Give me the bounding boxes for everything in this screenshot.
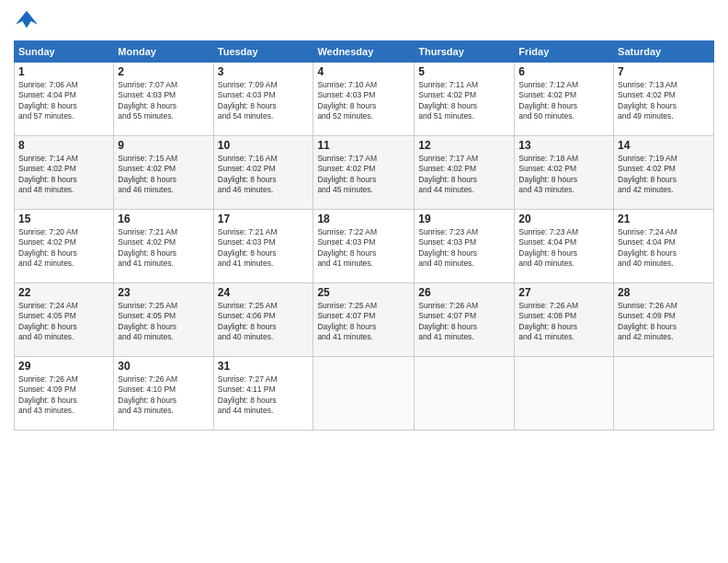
calendar-cell bbox=[313, 357, 415, 431]
calendar-cell: 9Sunrise: 7:15 AM Sunset: 4:02 PM Daylig… bbox=[114, 136, 213, 210]
calendar-cell: 12Sunrise: 7:17 AM Sunset: 4:02 PM Dayli… bbox=[415, 136, 515, 210]
day-number: 11 bbox=[317, 139, 410, 152]
calendar-cell: 23Sunrise: 7:25 AM Sunset: 4:05 PM Dayli… bbox=[114, 283, 213, 357]
calendar-cell: 26Sunrise: 7:26 AM Sunset: 4:07 PM Dayli… bbox=[415, 283, 515, 357]
day-number: 24 bbox=[218, 286, 310, 299]
calendar-cell: 31Sunrise: 7:27 AM Sunset: 4:11 PM Dayli… bbox=[213, 357, 313, 431]
calendar-cell: 4Sunrise: 7:10 AM Sunset: 4:03 PM Daylig… bbox=[313, 63, 415, 136]
day-info: Sunrise: 7:26 AM Sunset: 4:08 PM Dayligh… bbox=[518, 301, 609, 343]
calendar-cell bbox=[415, 357, 515, 431]
calendar-cell: 27Sunrise: 7:26 AM Sunset: 4:08 PM Dayli… bbox=[515, 283, 614, 357]
day-number: 1 bbox=[18, 65, 109, 78]
day-info: Sunrise: 7:27 AM Sunset: 4:11 PM Dayligh… bbox=[218, 374, 310, 417]
svg-marker-0 bbox=[16, 11, 38, 29]
calendar-cell bbox=[614, 357, 714, 431]
day-number: 26 bbox=[418, 286, 510, 299]
day-number: 23 bbox=[118, 286, 209, 299]
day-number: 25 bbox=[317, 286, 410, 299]
day-info: Sunrise: 7:23 AM Sunset: 4:03 PM Dayligh… bbox=[418, 227, 510, 270]
calendar-cell: 16Sunrise: 7:21 AM Sunset: 4:02 PM Dayli… bbox=[114, 210, 213, 283]
header bbox=[14, 9, 714, 35]
day-number: 4 bbox=[317, 65, 410, 78]
calendar-container: SundayMondayTuesdayWednesdayThursdayFrid… bbox=[0, 0, 728, 440]
day-info: Sunrise: 7:20 AM Sunset: 4:02 PM Dayligh… bbox=[18, 227, 109, 270]
day-info: Sunrise: 7:17 AM Sunset: 4:02 PM Dayligh… bbox=[317, 154, 410, 196]
calendar-cell: 14Sunrise: 7:19 AM Sunset: 4:02 PM Dayli… bbox=[614, 136, 714, 210]
day-number: 21 bbox=[618, 213, 710, 225]
calendar-cell: 19Sunrise: 7:23 AM Sunset: 4:03 PM Dayli… bbox=[415, 210, 515, 283]
day-number: 8 bbox=[18, 139, 109, 152]
day-info: Sunrise: 7:26 AM Sunset: 4:10 PM Dayligh… bbox=[118, 374, 209, 417]
weekday-header-tuesday: Tuesday bbox=[213, 41, 313, 63]
calendar-cell: 6Sunrise: 7:12 AM Sunset: 4:02 PM Daylig… bbox=[515, 63, 614, 136]
day-number: 6 bbox=[518, 65, 609, 78]
day-number: 19 bbox=[418, 213, 510, 225]
day-info: Sunrise: 7:21 AM Sunset: 4:03 PM Dayligh… bbox=[218, 227, 310, 270]
day-info: Sunrise: 7:19 AM Sunset: 4:02 PM Dayligh… bbox=[618, 154, 710, 196]
day-number: 31 bbox=[218, 360, 310, 373]
weekday-header-thursday: Thursday bbox=[415, 41, 515, 63]
logo-icon bbox=[14, 9, 40, 35]
day-number: 3 bbox=[218, 65, 310, 78]
day-info: Sunrise: 7:15 AM Sunset: 4:02 PM Dayligh… bbox=[118, 154, 209, 196]
weekday-header-row: SundayMondayTuesdayWednesdayThursdayFrid… bbox=[15, 41, 714, 63]
day-number: 15 bbox=[18, 213, 109, 225]
day-info: Sunrise: 7:11 AM Sunset: 4:02 PM Dayligh… bbox=[418, 80, 510, 122]
day-info: Sunrise: 7:17 AM Sunset: 4:02 PM Dayligh… bbox=[418, 154, 510, 196]
day-info: Sunrise: 7:12 AM Sunset: 4:02 PM Dayligh… bbox=[518, 80, 609, 122]
calendar-cell: 11Sunrise: 7:17 AM Sunset: 4:02 PM Dayli… bbox=[313, 136, 415, 210]
day-number: 28 bbox=[618, 286, 710, 299]
calendar-week-row: 8Sunrise: 7:14 AM Sunset: 4:02 PM Daylig… bbox=[15, 136, 714, 210]
day-number: 16 bbox=[118, 213, 209, 225]
calendar-week-row: 1Sunrise: 7:06 AM Sunset: 4:04 PM Daylig… bbox=[15, 63, 714, 136]
calendar-cell: 25Sunrise: 7:25 AM Sunset: 4:07 PM Dayli… bbox=[313, 283, 415, 357]
calendar-cell: 28Sunrise: 7:26 AM Sunset: 4:09 PM Dayli… bbox=[614, 283, 714, 357]
calendar-cell: 8Sunrise: 7:14 AM Sunset: 4:02 PM Daylig… bbox=[15, 136, 114, 210]
calendar-cell: 20Sunrise: 7:23 AM Sunset: 4:04 PM Dayli… bbox=[515, 210, 614, 283]
calendar-week-row: 15Sunrise: 7:20 AM Sunset: 4:02 PM Dayli… bbox=[15, 210, 714, 283]
calendar-cell: 29Sunrise: 7:26 AM Sunset: 4:09 PM Dayli… bbox=[15, 357, 114, 431]
day-info: Sunrise: 7:09 AM Sunset: 4:03 PM Dayligh… bbox=[218, 80, 310, 122]
calendar-cell: 3Sunrise: 7:09 AM Sunset: 4:03 PM Daylig… bbox=[213, 63, 313, 136]
calendar-cell: 30Sunrise: 7:26 AM Sunset: 4:10 PM Dayli… bbox=[114, 357, 213, 431]
day-number: 30 bbox=[118, 360, 209, 373]
day-info: Sunrise: 7:26 AM Sunset: 4:07 PM Dayligh… bbox=[418, 301, 510, 343]
day-number: 29 bbox=[18, 360, 109, 373]
weekday-header-wednesday: Wednesday bbox=[313, 41, 415, 63]
day-number: 10 bbox=[218, 139, 310, 152]
calendar-cell: 7Sunrise: 7:13 AM Sunset: 4:02 PM Daylig… bbox=[614, 63, 714, 136]
day-number: 2 bbox=[118, 65, 209, 78]
day-info: Sunrise: 7:10 AM Sunset: 4:03 PM Dayligh… bbox=[317, 80, 410, 122]
calendar-week-row: 29Sunrise: 7:26 AM Sunset: 4:09 PM Dayli… bbox=[15, 357, 714, 431]
calendar-cell: 24Sunrise: 7:25 AM Sunset: 4:06 PM Dayli… bbox=[213, 283, 313, 357]
calendar-cell: 2Sunrise: 7:07 AM Sunset: 4:03 PM Daylig… bbox=[114, 63, 213, 136]
day-number: 18 bbox=[317, 213, 410, 225]
calendar-cell: 1Sunrise: 7:06 AM Sunset: 4:04 PM Daylig… bbox=[15, 63, 114, 136]
day-number: 9 bbox=[118, 139, 209, 152]
day-info: Sunrise: 7:06 AM Sunset: 4:04 PM Dayligh… bbox=[18, 80, 109, 122]
day-number: 12 bbox=[418, 139, 510, 152]
day-info: Sunrise: 7:14 AM Sunset: 4:02 PM Dayligh… bbox=[18, 154, 109, 196]
calendar-cell: 10Sunrise: 7:16 AM Sunset: 4:02 PM Dayli… bbox=[213, 136, 313, 210]
day-info: Sunrise: 7:26 AM Sunset: 4:09 PM Dayligh… bbox=[18, 374, 109, 417]
day-number: 27 bbox=[518, 286, 609, 299]
weekday-header-friday: Friday bbox=[515, 41, 614, 63]
logo bbox=[14, 9, 43, 35]
calendar-cell: 13Sunrise: 7:18 AM Sunset: 4:02 PM Dayli… bbox=[515, 136, 614, 210]
day-number: 22 bbox=[18, 286, 109, 299]
day-info: Sunrise: 7:25 AM Sunset: 4:06 PM Dayligh… bbox=[218, 301, 310, 343]
day-info: Sunrise: 7:07 AM Sunset: 4:03 PM Dayligh… bbox=[118, 80, 209, 122]
day-number: 13 bbox=[518, 139, 609, 152]
day-info: Sunrise: 7:13 AM Sunset: 4:02 PM Dayligh… bbox=[618, 80, 710, 122]
day-number: 20 bbox=[518, 213, 609, 225]
day-number: 14 bbox=[618, 139, 710, 152]
calendar-cell: 15Sunrise: 7:20 AM Sunset: 4:02 PM Dayli… bbox=[15, 210, 114, 283]
day-info: Sunrise: 7:18 AM Sunset: 4:02 PM Dayligh… bbox=[518, 154, 609, 196]
calendar-table: SundayMondayTuesdayWednesdayThursdayFrid… bbox=[14, 40, 714, 431]
day-info: Sunrise: 7:24 AM Sunset: 4:04 PM Dayligh… bbox=[618, 227, 710, 270]
day-info: Sunrise: 7:23 AM Sunset: 4:04 PM Dayligh… bbox=[518, 227, 609, 270]
weekday-header-saturday: Saturday bbox=[614, 41, 714, 63]
calendar-cell: 17Sunrise: 7:21 AM Sunset: 4:03 PM Dayli… bbox=[213, 210, 313, 283]
day-info: Sunrise: 7:21 AM Sunset: 4:02 PM Dayligh… bbox=[118, 227, 209, 270]
calendar-week-row: 22Sunrise: 7:24 AM Sunset: 4:05 PM Dayli… bbox=[15, 283, 714, 357]
